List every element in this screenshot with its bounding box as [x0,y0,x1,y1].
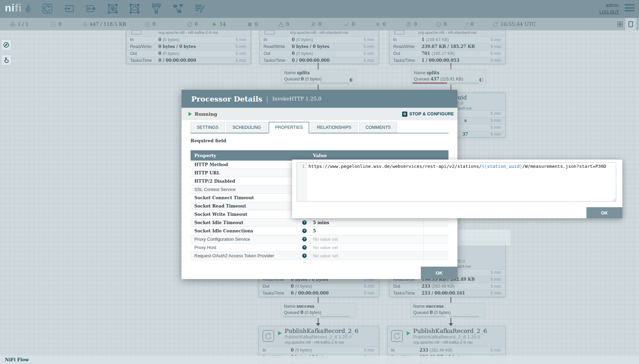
tab-scheduling[interactable]: SCHEDULING [226,122,267,133]
help-icon[interactable]: ? [302,237,307,241]
connection-line-penalized [451,63,451,69]
drag-output-port-icon[interactable] [86,3,96,14]
navigate-palette-toggle[interactable] [1,39,11,50]
stat-row: Tasks/Time0 / 00:00:00.0005 min [259,290,379,297]
stat-row: Tasks/Time233 / 00:00:00.1615 min [390,290,505,297]
connection-line [318,297,318,303]
tab-settings[interactable]: SETTINGS [191,122,225,133]
drag-template-icon[interactable] [173,3,183,14]
stat-row: Out233 (282.49 KB)5 min [390,283,505,290]
operate-palette-toggle[interactable] [1,55,11,66]
stat-row: Out0 (0 bytes)5 min [127,50,250,57]
value-editor-popup: 1 https://www.pegelonline.wsv.de/webserv… [292,160,622,218]
line-number-gutter: 1 [297,163,306,201]
property-row[interactable]: Proxy Configuration Service?No value set [191,235,448,243]
current-user: admin [600,2,619,9]
processor-icon [262,330,275,342]
search-panel-toggle[interactable] [625,18,636,30]
tab-properties[interactable]: PROPERTIES [269,122,309,133]
tab-relationships[interactable]: RELATIONSHIPS [311,122,358,133]
dialog-status-row: Running ⚙ STOP & CONFIGURE [182,108,457,120]
stat-row: Tasks/Time0 / 00:00:00.0005 min [260,57,378,64]
dialog-header: Processor Details | InvokeHTTP 1.25.0 [182,90,457,108]
drag-remote-process-group-icon[interactable] [129,3,140,14]
processor-title-fragment: uid [457,94,467,101]
help-icon[interactable]: ? [302,229,307,233]
stop-and-configure-button[interactable]: ⚙ STOP & CONFIGURE [402,108,454,120]
status-unversioned: ?0 [465,18,473,30]
stat-row: Tasks/Time0 / 00:00:00.0005 min [127,57,250,64]
connection-line [451,318,451,324]
nifi-logo: nifi [5,2,32,14]
processor-title: PublishKafkaRecord_2_6 [413,327,487,334]
dialog-subtitle: InvokeHTTP 1.25.0 [272,96,321,102]
connection-label-success[interactable]: Name success Queued 0 (0 bytes) [281,303,356,318]
connection-label-splits[interactable]: Name splits Queued 0 (0 bytes) [281,69,356,85]
exclamation-circle-icon [436,21,442,27]
connection-label-splits[interactable]: Name splits Queued 437 (115.91 KB) [411,69,486,85]
processor-bundle: org.apache.nifi - nifi-kafka-2-6-nar [285,340,344,344]
drag-processor-icon[interactable] [42,3,53,14]
connection-label-success[interactable]: Name success Queued 0 (0 bytes) [410,303,485,318]
breadcrumb[interactable]: NiFi Flow [5,356,29,364]
arrow-up-circle-icon [406,21,412,27]
compass-icon [3,42,9,48]
gear-icon: ⚙ [402,112,407,117]
running-icon [212,21,217,27]
status-not-transmitting: 0 [187,18,198,30]
help-icon[interactable]: ? [302,245,307,250]
property-row[interactable]: Socket Idle Connections?5 [191,227,448,235]
cluster-icon [10,21,16,27]
stat-row: Out701 (185.27 KB)5 min [390,50,505,57]
birdseye-icon[interactable] [617,21,623,27]
logout-link[interactable]: LOG OUT [600,9,619,16]
dialog-ok-button[interactable]: OK [421,267,457,279]
asterisk-icon [375,21,381,27]
queued-list-icon [82,21,87,27]
processor-bundle: org.apache.nifi - nifi-kafka-2-6-nar [127,30,250,35]
value-editor[interactable]: 1 https://www.pegelonline.wsv.de/webserv… [297,162,616,202]
not-transmitting-icon [187,21,193,27]
transmitting-icon [145,21,150,27]
connection-line-penalized [451,85,451,90]
status-running: 14 [212,18,226,30]
invalid-icon [278,21,284,27]
help-icon[interactable]: ? [302,253,307,258]
processor-bundle-fragment: dard-nar [457,106,472,110]
stat-row: Out0 (0 bytes)5 min [260,50,378,57]
check-icon [344,21,350,27]
global-menu-icon[interactable] [624,4,635,13]
drag-funnel-icon[interactable] [151,3,161,14]
status-sync-failure: 0 [436,18,447,30]
drag-process-group-icon[interactable] [108,3,118,14]
run-status-icon [278,331,282,335]
app-header: nifi admin LOG OUT [0,0,639,18]
drag-label-icon[interactable] [195,3,205,14]
status-disabled: 0 [311,18,322,30]
drag-input-port-icon[interactable] [64,3,74,14]
processor-bundle: org.apache.nifi - nifi-standard-nar [260,30,378,35]
running-icon [188,112,192,116]
help-icon[interactable]: ? [302,220,307,225]
status-up-to-date: 0 [344,18,355,30]
editor-ok-button[interactable]: OK [586,207,622,218]
property-row[interactable]: Proxy Host?No value set [191,243,448,252]
value-editor-text[interactable]: https://www.pegelonline.wsv.de/webservic… [306,163,616,201]
hand-pointer-icon [3,57,9,63]
processor-subtitle-fragment: 5.0 [457,100,463,106]
properties-table-header: Property Value [191,150,448,161]
status-cluster: 1 / 1 [10,18,28,30]
connection-arrowhead [316,323,320,326]
connection-arrowhead [449,323,453,326]
status-ports: 0 [50,18,62,30]
stopped-icon [247,21,253,27]
processor-bundle: org.apache.nifi - nifi-standard-nar [390,30,505,35]
stat-row: In1 (239.67 KB)5 min [390,36,505,43]
property-row[interactable]: Socket Idle Timeout?5 mins [191,219,448,227]
status-refresh[interactable]: 16:55:44 UTC [492,18,536,30]
connection-line [318,85,318,90]
run-status-icon [407,331,410,335]
status-stopped: 0 [247,18,258,30]
tab-comments[interactable]: COMMENTS [359,122,397,133]
processor-title: PublishKafkaRecord_2_6 [285,327,359,334]
